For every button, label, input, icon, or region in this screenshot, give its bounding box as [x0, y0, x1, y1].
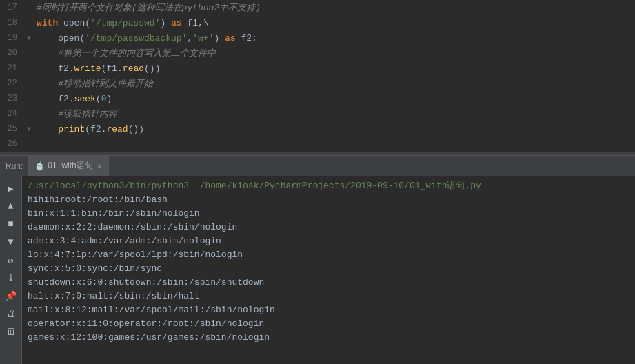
tab-close-button[interactable]: ×	[96, 162, 103, 170]
plain-token	[37, 48, 58, 59]
plain-token: (f2.	[85, 124, 106, 134]
plain-token: f1,\	[182, 18, 209, 28]
fn-token: read	[106, 124, 128, 134]
plain-token: )	[106, 94, 112, 104]
editor-area: 17#同时打开两个文件对象(这种写法在python2中不支持)18with op…	[0, 0, 635, 152]
line-number: 18	[0, 18, 24, 28]
str-token: '/tmp/passwdbackup'	[85, 33, 187, 43]
output-area[interactable]: /usr/local/python3/bin/python3 /home/kio…	[22, 176, 635, 364]
code-content: with open('/tmp/passwd') as f1,\	[34, 18, 209, 28]
output-line: lp:x:4:7:lp:/var/spool/lpd:/sbin/nologin	[28, 248, 629, 262]
run-label-text: Run:	[6, 161, 23, 171]
code-line: 18with open('/tmp/passwd') as f1,\	[0, 15, 635, 30]
run-content-area: ▶▲■▼↺⤓📌🖨🗑 /usr/local/python3/bin/python3…	[0, 176, 635, 364]
run-tab[interactable]: 🍵 01_with语句 ×	[29, 156, 109, 176]
output-line: sync:x:5:0:sync:/bin/sync	[28, 262, 629, 276]
output-line: operator:x:11:0:operator:/root:/sbin/nol…	[28, 317, 629, 331]
output-line: games:x:12:100:games:/usr/games:/sbin/no…	[28, 331, 629, 345]
line-number: 19	[0, 33, 24, 43]
pin-button[interactable]: 📌	[3, 288, 19, 303]
fold-icon[interactable]: ▼	[27, 34, 31, 42]
scroll-to-end-button[interactable]: ⤓	[3, 270, 19, 285]
output-line: mail:x:8:12:mail:/var/spool/mail:/sbin/n…	[28, 303, 629, 317]
code-line: 17#同时打开两个文件对象(这种写法在python2中不支持)	[0, 0, 635, 15]
kw-token: as	[171, 18, 182, 28]
code-content: #移动指针到文件最开始	[34, 77, 153, 90]
output-lines: hihihiroot:/root:/bin/bashbin:x:1:1:bin:…	[28, 193, 629, 345]
cm-token: #将第一个文件的内容写入第二个文件中	[58, 47, 216, 59]
str-token: 'w+'	[192, 33, 214, 43]
fn-token: seek	[74, 94, 96, 104]
line-number: 25	[0, 124, 24, 134]
output-line: adm:x:3:4:adm:/var/adm:/sbin/nologin	[28, 234, 629, 248]
code-lines: 17#同时打开两个文件对象(这种写法在python2中不支持)18with op…	[0, 0, 635, 152]
output-line: shutdown:x:6:0:shutdown:/sbin:/sbin/shut…	[28, 276, 629, 290]
delete-button[interactable]: 🗑	[3, 324, 19, 339]
code-line: 23 f2.seek(0)	[0, 91, 635, 106]
kw-token: with	[37, 18, 58, 28]
code-content: open('/tmp/passwdbackup','w+') as f2:	[34, 33, 257, 43]
fold-gutter[interactable]: ▼	[24, 125, 34, 133]
print-button[interactable]: 🖨	[3, 306, 19, 321]
plain-token	[37, 124, 58, 134]
run-toolbar: ▶▲■▼↺⤓📌🖨🗑	[0, 176, 22, 364]
run-label: Run:	[0, 156, 29, 176]
output-line: halt:x:7:0:halt:/sbin:/sbin/halt	[28, 290, 629, 303]
line-number: 26	[0, 139, 24, 149]
plain-token: f2.	[37, 63, 74, 74]
plain-token: f2:	[236, 33, 257, 43]
code-line: 26	[0, 136, 635, 152]
code-line: 21 f2.write(f1.read())	[0, 61, 635, 76]
tab-icon: 🍵	[34, 161, 45, 171]
output-line: bin:x:1:1:bin:/bin:/sbin/nologin	[28, 207, 629, 221]
plain-token: (f1.	[101, 63, 123, 74]
code-line: 20 #将第一个文件的内容写入第二个文件中	[0, 46, 635, 61]
output-line: hihihiroot:/root:/bin/bash	[28, 193, 629, 207]
command-line: /usr/local/python3/bin/python3 /home/kio…	[28, 179, 629, 193]
fn-token: print	[58, 124, 85, 134]
line-number: 21	[0, 63, 24, 73]
cm-token: #同时打开两个文件对象(这种写法在python2中不支持)	[37, 1, 261, 14]
code-line: 24 #读取指针内容	[0, 106, 635, 121]
stop-button[interactable]: ■	[3, 216, 19, 232]
line-number: 17	[0, 3, 24, 12]
fold-gutter[interactable]: ▼	[24, 34, 34, 42]
fold-icon[interactable]: ▼	[27, 125, 31, 133]
tab-name: 01_with语句	[48, 160, 92, 172]
plain-token: ,	[187, 33, 192, 43]
run-tab-bar: Run: 🍵 01_with语句 ×	[0, 156, 635, 176]
code-content: #将第一个文件的内容写入第二个文件中	[34, 47, 216, 59]
code-content: #同时打开两个文件对象(这种写法在python2中不支持)	[34, 1, 261, 14]
fn-token: write	[74, 63, 101, 74]
line-number: 20	[0, 48, 24, 58]
plain-token: f2.	[37, 94, 74, 104]
num-token: 0	[101, 94, 107, 104]
run-button[interactable]: ▶	[3, 181, 19, 196]
code-content: f2.write(f1.read())	[34, 63, 160, 74]
plain-token: open(	[58, 18, 90, 28]
code-content: f2.seek(0)	[34, 94, 112, 104]
plain-token: ())	[128, 124, 144, 134]
plain-token: open(	[37, 33, 85, 43]
plain-token: )	[160, 18, 171, 28]
cm-token: #读取指针内容	[58, 108, 117, 120]
fn-token: read	[123, 63, 144, 74]
line-number: 23	[0, 94, 24, 103]
code-line: 19▼ open('/tmp/passwdbackup','w+') as f2…	[0, 30, 635, 46]
str-token: '/tmp/passwd'	[90, 18, 160, 28]
scroll-down-button[interactable]: ▼	[3, 234, 19, 250]
code-line: 22 #移动指针到文件最开始	[0, 76, 635, 91]
cm-token: #移动指针到文件最开始	[58, 77, 153, 90]
code-content: #读取指针内容	[34, 108, 117, 120]
plain-token	[37, 109, 58, 119]
run-panel: Run: 🍵 01_with语句 × ▶▲■▼↺⤓📌🖨🗑 /usr/local/…	[0, 156, 635, 364]
plain-token: )	[214, 33, 225, 43]
rerun-button[interactable]: ↺	[3, 252, 19, 267]
scroll-up-button[interactable]: ▲	[3, 199, 19, 214]
line-number: 24	[0, 109, 24, 119]
plain-token: ())	[144, 63, 160, 74]
line-number: 22	[0, 79, 24, 88]
output-line: daemon:x:2:2:daemon:/sbin:/sbin/nologin	[28, 221, 629, 234]
code-content: print(f2.read())	[34, 124, 144, 134]
kw-token: as	[225, 33, 236, 43]
